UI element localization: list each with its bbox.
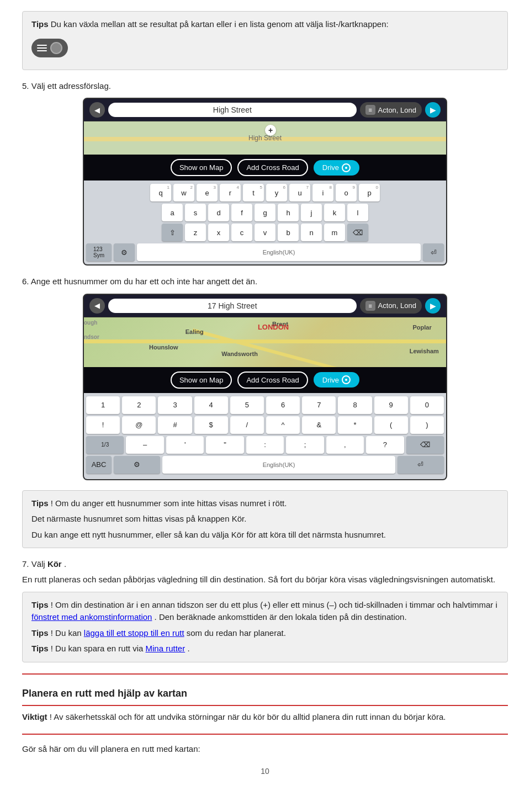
tips-house-text2: Det närmaste husnumret som hittas visas … (31, 513, 499, 526)
tips-stop-text2: som du redan har planerat. (187, 628, 286, 638)
kb-l[interactable]: l (347, 204, 368, 221)
back-button-1[interactable]: ◀ (89, 102, 105, 118)
kb-space[interactable]: English(UK) (137, 243, 421, 261)
kb-g[interactable]: g (255, 204, 275, 221)
kb-r[interactable]: r4 (220, 184, 241, 201)
nk-question[interactable]: ? (366, 436, 404, 454)
kb-k[interactable]: k (324, 204, 345, 221)
nk-enter[interactable]: ⏎ (398, 456, 444, 474)
nk-caret[interactable]: ^ (266, 416, 300, 434)
nk-star[interactable]: * (338, 416, 372, 434)
kb-s[interactable]: s (185, 204, 206, 221)
nk-space[interactable]: English(UK) (162, 456, 395, 474)
kb-q[interactable]: q1 (150, 184, 171, 201)
list-icon-1: ≡ (365, 105, 375, 115)
kb-e[interactable]: e3 (197, 184, 218, 201)
nk-9[interactable]: 9 (374, 396, 408, 414)
tips-label-tz: Tips (31, 600, 49, 609)
nk-at[interactable]: @ (122, 416, 156, 434)
drive-button-2[interactable]: Drive (314, 372, 359, 388)
kb-123[interactable]: 123Sym (86, 243, 112, 261)
location-badge-2: ≡ Acton, Lond (360, 298, 422, 314)
show-on-map-button-1[interactable]: Show on Map (171, 159, 232, 176)
kb-a[interactable]: a (162, 204, 183, 221)
nk-squote[interactable]: ' (166, 436, 204, 454)
nk-slash[interactable]: / (230, 416, 264, 434)
show-on-map-button-2[interactable]: Show on Map (171, 371, 232, 389)
kb-c[interactable]: c (231, 224, 252, 241)
nk-backspace[interactable]: ⌫ (406, 436, 444, 454)
navigate-icon-1[interactable]: ▶ (425, 102, 441, 118)
address-field-2: 17 High Street (108, 299, 357, 313)
drive-button-1[interactable]: Drive (314, 160, 359, 176)
step7: 7. Välj Kör . (22, 558, 508, 571)
kb-d[interactable]: d (208, 204, 229, 221)
nk-comma[interactable]: , (326, 436, 364, 454)
kb-m[interactable]: m (324, 224, 345, 241)
nk-gear[interactable]: ⚙ (114, 456, 160, 474)
tips-save-link1[interactable]: Mina rutter (146, 644, 186, 653)
nk-excl[interactable]: ! (86, 416, 120, 434)
map-road-horizontal (84, 339, 446, 343)
nk-semi[interactable]: ; (286, 436, 324, 454)
kb-t[interactable]: t5 (243, 184, 264, 201)
nk-1[interactable]: 1 (86, 396, 120, 414)
num-row-3: 1/3 – ' " : ; , ? ⌫ (86, 436, 444, 454)
nk-3[interactable]: 3 (158, 396, 192, 414)
kb-y[interactable]: y6 (266, 184, 287, 201)
plus-button-1[interactable]: + (265, 125, 276, 136)
nk-2[interactable]: 2 (122, 396, 156, 414)
nk-lparen[interactable]: ( (374, 416, 408, 434)
back-button-2[interactable]: ◀ (89, 298, 105, 314)
drive-wheel-icon-2 (342, 375, 351, 384)
nk-dash[interactable]: – (126, 436, 163, 454)
nk-7[interactable]: 7 (302, 396, 336, 414)
kb-x[interactable]: x (208, 224, 229, 241)
nk-rparen[interactable]: ) (410, 416, 444, 434)
list-lines-icon (37, 45, 47, 51)
kb-j[interactable]: j (301, 204, 322, 221)
kb-b[interactable]: b (278, 224, 299, 241)
tips-tz-link1[interactable]: fönstret med ankomstinformation (31, 612, 152, 622)
tips-stop-link1[interactable]: lägga till ett stopp till en rutt (84, 628, 184, 638)
nk-dollar[interactable]: $ (194, 416, 228, 434)
nk-amp[interactable]: & (302, 416, 336, 434)
kb-f[interactable]: f (231, 204, 252, 221)
kb-n[interactable]: n (301, 224, 322, 241)
tips-label-stop: Tips (31, 628, 49, 638)
tips-intro-text: Du kan växla mellan att se resultat på k… (51, 19, 389, 29)
tips-tz-excl: ! (51, 600, 55, 609)
nk-5[interactable]: 5 (230, 396, 264, 414)
kb-o[interactable]: o9 (336, 184, 357, 201)
kb-h[interactable]: h (278, 204, 299, 221)
step6-text: 6. Ange ett husnummer om du har ett och … (22, 275, 508, 288)
nk-6[interactable]: 6 (266, 396, 300, 414)
kb-v[interactable]: v (255, 224, 275, 241)
nk-dquote[interactable]: " (206, 436, 243, 454)
nk-abc[interactable]: ABC (86, 456, 112, 474)
nk-8[interactable]: 8 (338, 396, 372, 414)
kb-shift[interactable]: ⇧ (162, 224, 183, 241)
map-wandsworth: Wandsworth (221, 351, 258, 357)
nk-colon[interactable]: : (246, 436, 284, 454)
kb-w[interactable]: w2 (173, 184, 194, 201)
important-box: Viktigt ! Av säkerhetsskäl och för att u… (22, 705, 508, 735)
important-body: Av säkerhetsskäl och för att undvika stö… (54, 712, 446, 721)
kb-p[interactable]: p0 (359, 184, 380, 201)
nk-4[interactable]: 4 (194, 396, 228, 414)
nk-hash[interactable]: # (158, 416, 192, 434)
kb-i[interactable]: i8 (312, 184, 333, 201)
nk-0[interactable]: 0 (410, 396, 444, 414)
navigate-icon-2[interactable]: ▶ (425, 298, 441, 314)
add-cross-road-button-1[interactable]: Add Cross Road (237, 159, 308, 176)
kb-gear[interactable]: ⚙ (114, 243, 135, 261)
kb-backspace[interactable]: ⌫ (347, 224, 368, 241)
map-poplar: Poplar (413, 324, 432, 331)
nk-13[interactable]: 1/3 (86, 436, 124, 454)
add-cross-road-button-2[interactable]: Add Cross Road (237, 371, 308, 389)
map-area-1: High Street + (84, 121, 446, 155)
kb-enter[interactable]: ⏎ (423, 243, 444, 261)
tips-label-house: Tips (31, 498, 49, 508)
kb-z[interactable]: z (185, 224, 206, 241)
kb-u[interactable]: u7 (289, 184, 310, 201)
